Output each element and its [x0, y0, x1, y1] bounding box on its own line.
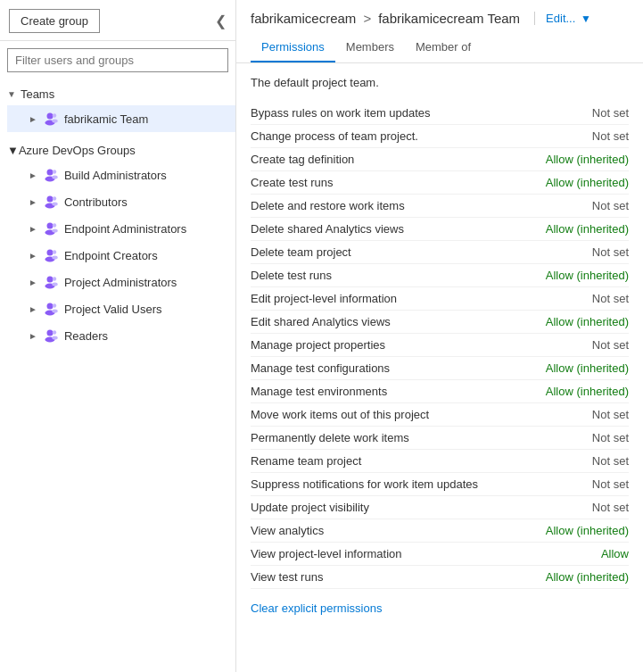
- svg-point-10: [53, 196, 56, 200]
- permission-name: View project-level information: [251, 547, 504, 560]
- item-chevron-icon: ►: [29, 304, 37, 314]
- permission-value: Not set: [504, 477, 629, 491]
- teams-section-label: Teams: [21, 87, 54, 101]
- tab-member-of[interactable]: Member of: [405, 35, 482, 62]
- permission-value: Allow (inherited): [504, 361, 629, 375]
- svg-point-16: [46, 250, 53, 256]
- sidebar-item-fabrikamic-team[interactable]: ► fabrikamic Team: [7, 105, 235, 132]
- group-icon: [41, 166, 59, 184]
- sidebar-item-endpoint-creators[interactable]: ► Endpoint Creators: [7, 242, 235, 269]
- permission-row: Rename team project Not set: [251, 450, 629, 473]
- filter-input[interactable]: [7, 48, 228, 72]
- svg-point-7: [52, 176, 57, 179]
- breadcrumb-dropdown-icon[interactable]: ▼: [581, 12, 591, 25]
- svg-point-24: [46, 303, 53, 310]
- permission-name: Manage project properties: [251, 338, 504, 352]
- permission-row: Delete test runs Allow (inherited): [251, 264, 629, 287]
- breadcrumb-separator: >: [363, 11, 371, 26]
- permission-name: Change process of team project.: [251, 129, 504, 143]
- svg-point-4: [46, 170, 53, 176]
- permission-name: Create test runs: [251, 176, 504, 189]
- permission-value: Allow: [504, 547, 629, 560]
- main-panel: fabrikamicecream > fabrikamicecream Team…: [236, 0, 643, 672]
- permission-name: Move work items out of this project: [251, 408, 504, 421]
- permission-row: Manage project properties Not set: [251, 334, 629, 357]
- teams-section-header[interactable]: ▼ Teams: [0, 83, 235, 105]
- default-project-text: The default project team.: [251, 76, 629, 89]
- permission-value: Allow (inherited): [504, 222, 629, 236]
- content-area: The default project team. Bypass rules o…: [236, 63, 643, 672]
- svg-point-30: [53, 330, 56, 334]
- permission-name: Rename team project: [251, 454, 504, 468]
- group-item-label: Endpoint Creators: [64, 249, 158, 262]
- breadcrumb: fabrikamicecream > fabrikamicecream Team…: [251, 11, 629, 26]
- sidebar-item-contributors[interactable]: ► Contributors: [7, 188, 235, 215]
- clear-explicit-permissions-link[interactable]: Clear explicit permissions: [251, 601, 382, 615]
- permission-name: View analytics: [251, 524, 504, 537]
- svg-point-8: [46, 196, 53, 203]
- permission-row: View project-level information Allow: [251, 543, 629, 566]
- permission-row: Manage test configurations Allow (inheri…: [251, 357, 629, 380]
- group-item-label: Project Administrators: [64, 276, 177, 289]
- permission-value: Not set: [504, 129, 629, 143]
- sidebar-item-project-valid-users[interactable]: ► Project Valid Users: [7, 295, 235, 322]
- sidebar-item-endpoint-administrators[interactable]: ► Endpoint Administrators: [7, 215, 235, 242]
- azure-groups-section: ▼ Azure DevOps Groups ► Build Administra…: [0, 136, 235, 353]
- azure-groups-header[interactable]: ▼ Azure DevOps Groups: [0, 139, 235, 162]
- group-item-label: Readers: [64, 329, 108, 343]
- permission-row: Change process of team project. Not set: [251, 125, 629, 148]
- main-header: fabrikamicecream > fabrikamicecream Team…: [236, 0, 643, 63]
- breadcrumb-edit-link[interactable]: Edit... ▼: [534, 12, 591, 25]
- permission-row: Update project visibility Not set: [251, 496, 629, 519]
- svg-point-23: [52, 283, 57, 286]
- permission-value: Allow (inherited): [504, 385, 629, 398]
- permission-name: Bypass rules on work item updates: [251, 106, 504, 120]
- edit-label: Edit...: [546, 12, 575, 25]
- permission-name: Delete team project: [251, 245, 504, 259]
- permission-row: Delete team project Not set: [251, 241, 629, 264]
- permission-row: Create test runs Allow (inherited): [251, 171, 629, 195]
- item-chevron-icon: ►: [29, 224, 37, 234]
- sidebar-item-build-administrators[interactable]: ► Build Administrators: [7, 162, 235, 188]
- svg-point-3: [52, 120, 57, 123]
- fabrikamic-team-label: fabrikamic Team: [64, 112, 148, 126]
- permission-row: Edit shared Analytics views Allow (inher…: [251, 311, 629, 334]
- permission-value: Not set: [504, 501, 629, 514]
- group-icon: [41, 300, 59, 318]
- create-group-button[interactable]: Create group: [9, 9, 100, 33]
- collapse-icon[interactable]: ❮: [215, 12, 227, 29]
- sidebar-item-readers[interactable]: ► Readers: [7, 322, 235, 349]
- permission-name: Edit project-level information: [251, 292, 504, 305]
- group-item-label: Contributors: [64, 195, 128, 209]
- permission-value: Allow (inherited): [504, 176, 629, 189]
- permission-row: Delete and restore work items Not set: [251, 195, 629, 218]
- sidebar-item-project-administrators[interactable]: ► Project Administrators: [7, 269, 235, 295]
- permission-name: Manage test configurations: [251, 361, 504, 375]
- permission-value: Not set: [504, 338, 629, 352]
- permission-row: Permanently delete work items Not set: [251, 427, 629, 450]
- svg-point-15: [52, 229, 57, 233]
- azure-groups-label: Azure DevOps Groups: [19, 144, 136, 157]
- permission-name: Permanently delete work items: [251, 431, 504, 444]
- group-icon: [41, 273, 59, 291]
- svg-point-26: [53, 303, 56, 307]
- permission-value: Allow (inherited): [504, 524, 629, 537]
- item-chevron-icon: ►: [29, 331, 37, 341]
- tab-members[interactable]: Members: [335, 35, 405, 62]
- tab-permissions[interactable]: Permissions: [251, 35, 335, 62]
- permission-row: Suppress notifications for work item upd…: [251, 473, 629, 496]
- permission-row: Manage test environments Allow (inherite…: [251, 380, 629, 403]
- permission-value: Allow (inherited): [504, 315, 629, 328]
- svg-point-14: [53, 223, 56, 227]
- azure-groups-items: ► Build Administrators ► Contributors ►: [0, 162, 235, 349]
- group-item-label: Endpoint Administrators: [64, 222, 186, 236]
- group-icon: [41, 220, 59, 237]
- group-icon: [41, 193, 59, 211]
- permission-name: Delete and restore work items: [251, 199, 504, 212]
- sidebar-header: Create group ❮: [0, 0, 235, 41]
- permission-value: Not set: [504, 408, 629, 421]
- svg-point-12: [46, 223, 53, 229]
- permission-name: Suppress notifications for work item upd…: [251, 477, 504, 491]
- item-chevron-icon: ►: [29, 170, 37, 180]
- permission-name: Manage test environments: [251, 385, 504, 398]
